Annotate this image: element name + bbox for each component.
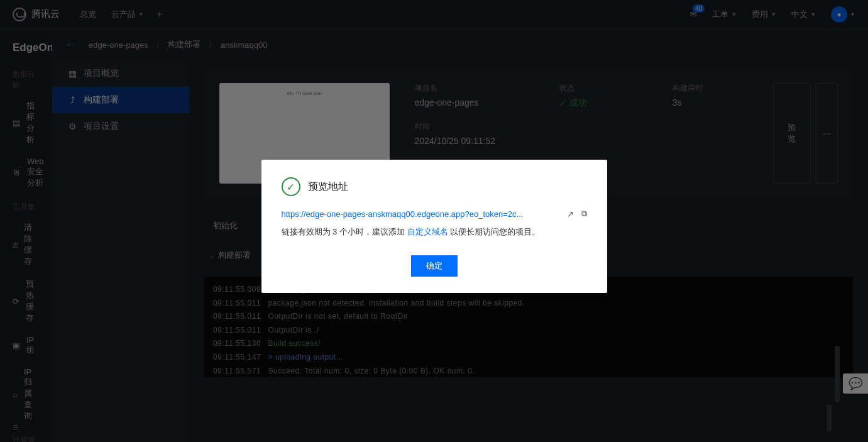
copy-icon[interactable]: ⧉ <box>581 209 587 219</box>
custom-domain-link[interactable]: 自定义域名 <box>407 227 448 236</box>
success-check-icon: ✓ <box>282 177 300 196</box>
open-external-icon[interactable]: ↗ <box>567 209 574 219</box>
modal-description: 链接有效期为 3 个小时，建议添加 自定义域名 以便长期访问您的项目。 <box>282 226 587 238</box>
modal-title: 预览地址 <box>308 180 348 194</box>
preview-url-link[interactable]: https://edge-one-pages-anskmaqq00.edgeon… <box>282 209 559 219</box>
preview-url-modal: ✓ 预览地址 https://edge-one-pages-anskmaqq00… <box>261 160 607 293</box>
modal-overlay[interactable]: ✓ 预览地址 https://edge-one-pages-anskmaqq00… <box>0 0 868 442</box>
confirm-button[interactable]: 确定 <box>411 255 458 277</box>
